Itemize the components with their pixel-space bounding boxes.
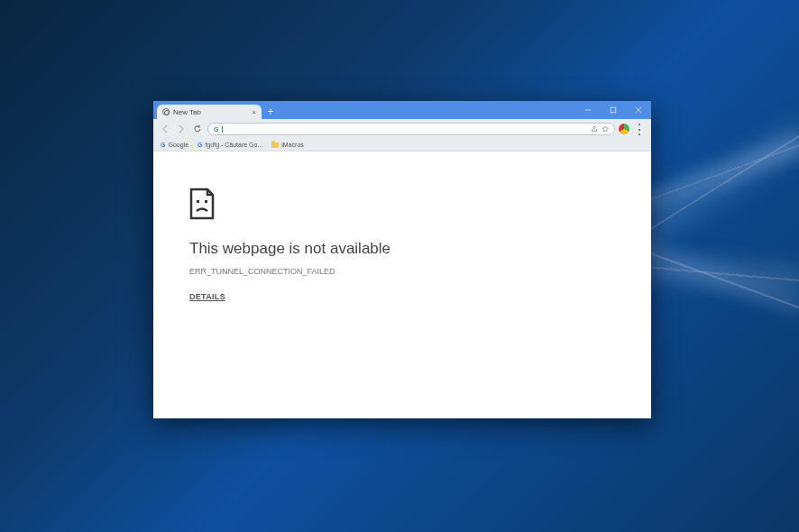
tab-close-icon[interactable]: × xyxy=(252,108,256,116)
error-code: ERR_TUNNEL_CONNECTION_FAILED xyxy=(189,267,651,276)
bookmark-label: fgdfg - Căutare Go... xyxy=(205,142,262,148)
bookmark-item[interactable]: G fgdfg - Căutare Go... xyxy=(197,142,262,148)
window-controls xyxy=(575,101,651,119)
details-button[interactable]: DETAILS xyxy=(189,292,225,301)
share-icon[interactable] xyxy=(591,125,598,133)
tab-favicon-icon xyxy=(162,108,170,115)
bookmark-star-icon[interactable] xyxy=(602,125,609,133)
back-button[interactable] xyxy=(159,123,171,135)
toolbar: G ⋮ xyxy=(153,119,651,139)
bookmark-label: iMacros xyxy=(281,142,304,148)
google-favicon-icon: G xyxy=(197,142,202,148)
search-provider-icon: G xyxy=(214,126,218,133)
titlebar[interactable]: New Tab × + xyxy=(153,101,651,119)
sad-document-icon xyxy=(189,188,216,220)
maximize-button[interactable] xyxy=(601,101,626,119)
tab-title: New Tab xyxy=(173,108,201,116)
folder-icon xyxy=(271,142,279,148)
bookmark-item[interactable]: iMacros xyxy=(271,142,304,148)
chrome-menu-button[interactable]: ⋮ xyxy=(633,121,646,138)
svg-rect-5 xyxy=(205,200,207,203)
page-content: This webpage is not available ERR_TUNNEL… xyxy=(153,151,651,418)
svg-rect-4 xyxy=(197,200,199,203)
reload-button[interactable] xyxy=(191,123,204,135)
error-title: This webpage is not available xyxy=(189,240,651,258)
bookmark-item[interactable]: G Google xyxy=(161,142,188,148)
browser-tab[interactable]: New Tab × xyxy=(157,105,262,119)
svg-rect-1 xyxy=(611,107,616,113)
bookmarks-bar: G Google G fgdfg - Căutare Go... iMacros xyxy=(153,139,651,151)
forward-button[interactable] xyxy=(175,123,188,135)
new-tab-button[interactable]: + xyxy=(265,106,276,117)
chrome-window: New Tab × + G xyxy=(153,101,651,418)
minimize-button[interactable] xyxy=(575,101,601,119)
window-close-button[interactable] xyxy=(626,101,651,119)
google-favicon-icon: G xyxy=(161,142,165,148)
bookmark-label: Google xyxy=(168,142,188,148)
extension-icon[interactable] xyxy=(619,124,629,134)
address-bar[interactable]: G xyxy=(207,123,615,135)
text-cursor xyxy=(222,126,223,133)
